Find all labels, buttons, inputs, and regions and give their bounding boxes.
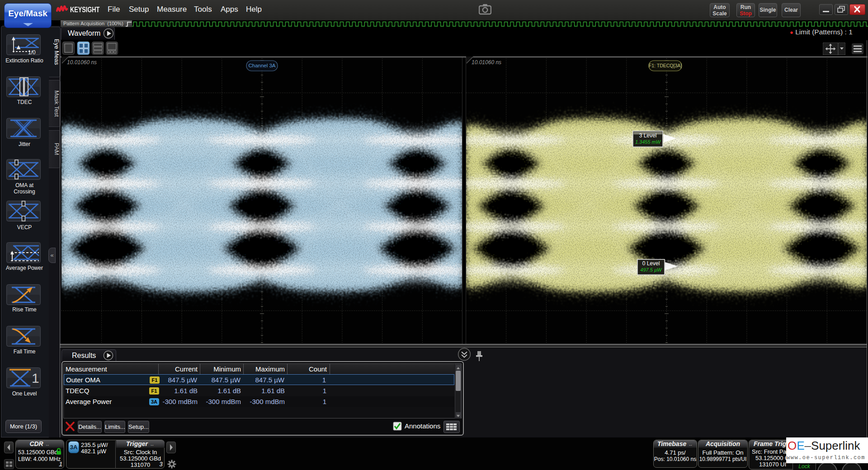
svg-text:1/0: 1/0 [28, 49, 36, 55]
svg-text:Channel 3A: Channel 3A [248, 63, 275, 68]
svg-text:0 Level: 0 Level [642, 260, 660, 267]
svg-text:497.5 µW: 497.5 µW [640, 267, 662, 273]
svg-text:1: 1 [32, 371, 39, 385]
svg-text:F1: TDECQ[3A]: F1: TDECQ[3A] [649, 63, 682, 68]
svg-text:3 Level: 3 Level [639, 132, 657, 139]
svg-text:1.3455 mW: 1.3455 mW [635, 139, 661, 145]
